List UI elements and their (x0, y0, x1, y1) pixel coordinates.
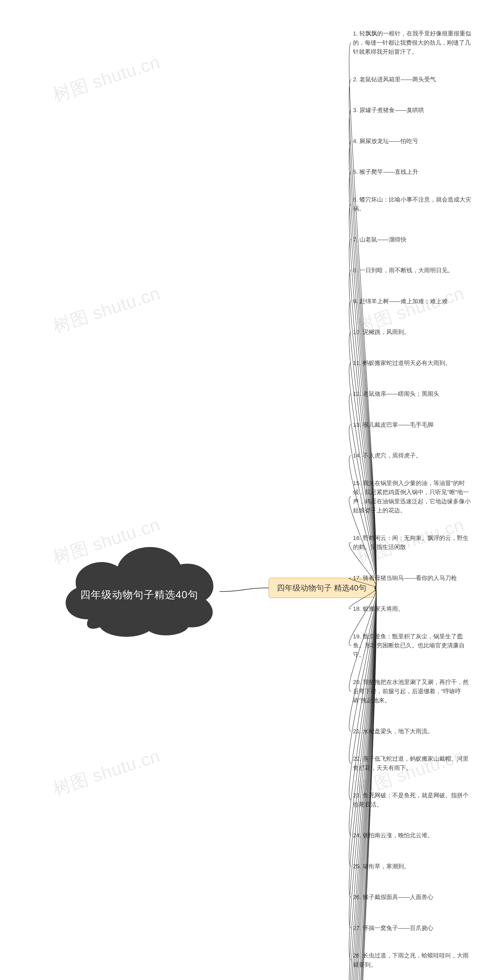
leaf-node: 28. 长虫过道，下雨之兆，蛤蟆哇哇叫，大雨就要到。 (353, 950, 475, 971)
leaf-node: 14. 不入虎穴，焉得虎子。 (353, 449, 475, 462)
watermark: 树图 shutu.cn (50, 281, 163, 338)
leaf-node: 18. 蚁搬家天将雨。 (353, 603, 475, 615)
leaf-node: 2. 老鼠钻进风箱里——两头受气 (353, 73, 475, 86)
leaf-node: 8. 一日到暗，雨不断线，大雨明日见。 (353, 264, 475, 277)
cloud-icon (51, 531, 228, 641)
leaf-node: 21. 水蛇盘梁头，地下大雨流。 (353, 725, 475, 738)
leaf-node: 9. 赶绵羊上树——难上加难；难上难 (353, 295, 475, 307)
leaf-node: 3. 尿罐子煮猪食——臭哄哄 (353, 104, 475, 116)
leaf-node: 22. 燕子低飞蛇过道，蚂蚁搬家山戴帽。河里鱼打花，天天有雨下。 (353, 752, 475, 774)
leaf-node: 16. 野鹤闲云：闲：无拘束。飘浮的云，野生的鹤。旧指生活闲散 (353, 532, 475, 553)
root-node: 四年级动物句子精选40句 (51, 531, 228, 641)
leaf-node: 20. 我把拖把在水池里涮了又涮，再拧干，然后弯下腰，前腿弓起，后退绷着，"哼哧… (353, 676, 475, 706)
leaf-node: 23. 鱼死网破：不是鱼死，就是网破。指拼个你死我活。 (353, 789, 475, 811)
watermark: 树图 shutu.cn (50, 50, 163, 107)
leaf-node: 15. 我先在锅里倒入少量的油，等油冒"的时候，我赶紧把鸡蛋倒入锅中，只听见"嚓… (353, 477, 475, 517)
leaf-node: 25. 猪衔草，寒潮到。 (353, 860, 475, 873)
root-title: 四年级动物句子精选40句 (51, 588, 228, 602)
leaf-node: 11. 蚂蚁搬家蛇过道明天必有大雨到。 (353, 357, 475, 369)
leaf-node: 13. 猴儿戴皮巴掌——毛手毛脚 (353, 418, 475, 431)
leaf-node: 27. 怀揣一窝兔子——百爪挠心 (353, 922, 475, 934)
leaf-column: 1. 轻飘飘的一根针，在我手里好像很重很重似的，每缝一针都让我费很大的劲儿，刚缝… (353, 27, 475, 980)
watermark: 树图 shutu.cn (50, 975, 163, 980)
watermark: 树图 shutu.cn (50, 744, 163, 801)
leaf-node: 4. 屙屎放龙坛——怕吃亏 (353, 135, 475, 147)
leaf-node: 19. 甑尘釜鱼：甑里积了灰尘，锅里生了蠹鱼。形容穷困断炊已久。也比喻官吏清廉自… (353, 630, 475, 661)
leaf-node: 1. 轻飘飘的一根针，在我手里好像很重很重似的，每缝一针都让我费很大的劲儿，刚缝… (353, 27, 475, 58)
leaf-node: 26. 猴子戴假面具——人面兽心 (353, 891, 475, 904)
leaf-node: 24. 朝怕南云涨，晚怕北云堆。 (353, 829, 475, 842)
leaf-node: 12. 老鼠做亲——瞎闹头；黑闹头 (353, 388, 475, 400)
leaf-node: 17. 骑着母猪当响马——看你的人马刀枪 (353, 572, 475, 584)
leaf-node: 7. 山老鼠——溜得快 (353, 234, 475, 246)
leaf-node: 6. 蝼穴坏山：比喻小事不注意，就会造成大灾祸。 (353, 194, 475, 215)
leaf-node: 10. 泥鳅跳，风雨到。 (353, 326, 475, 338)
leaf-node: 5. 猴子爬竿——直线上升 (353, 166, 475, 178)
